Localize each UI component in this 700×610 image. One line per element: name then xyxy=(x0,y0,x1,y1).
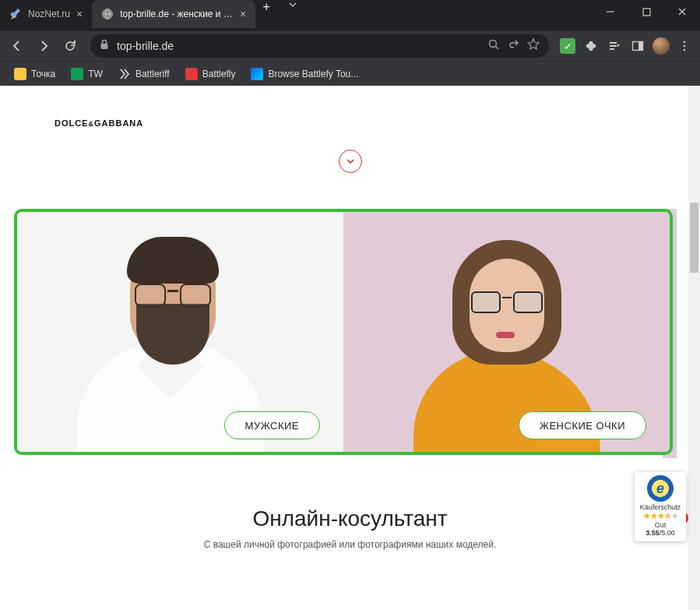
svg-rect-7 xyxy=(638,42,643,51)
mens-category-card[interactable]: МУЖСКИЕ xyxy=(17,212,343,452)
womens-category-card[interactable]: ЖЕНСКИЕ ОЧКИ xyxy=(343,212,670,452)
browser-toolbar: top-brille.de ✓ xyxy=(0,31,700,61)
bookmark-label: Battleriff xyxy=(135,69,170,79)
reload-button[interactable] xyxy=(59,35,81,57)
consultant-subtext: С вашей личной фотографией или фотографи… xyxy=(0,539,700,550)
page-viewport: DOLCE&GABBANA МУЖСКИЕ Ж xyxy=(0,86,700,610)
close-icon[interactable]: × xyxy=(240,8,246,20)
svg-rect-3 xyxy=(101,44,108,49)
menu-icon[interactable] xyxy=(675,37,694,55)
scroll-down-button[interactable] xyxy=(339,150,362,173)
bookmarks-bar: Точка TW Battleriff Battlefly Browse Bat… xyxy=(0,61,700,86)
bookmark-label: Battlefly xyxy=(202,69,236,79)
svg-point-10 xyxy=(684,49,686,51)
forward-button[interactable] xyxy=(33,35,55,57)
svg-line-5 xyxy=(496,46,499,49)
svg-rect-2 xyxy=(643,9,650,16)
scroll-thumb[interactable] xyxy=(690,203,698,273)
browser-tab-active[interactable]: top-brille.de - женские и мужск × xyxy=(92,0,255,28)
mens-glasses-button[interactable]: МУЖСКИЕ xyxy=(224,411,320,439)
bookmark-item[interactable]: Battlefly xyxy=(179,65,242,83)
tab-title: top-brille.de - женские и мужск xyxy=(120,9,234,19)
svg-point-8 xyxy=(684,41,686,44)
bookmark-item[interactable]: Точка xyxy=(8,65,62,83)
trust-badge[interactable]: e Käuferschutz ★★★★★★ Gut 3.55/5.00 xyxy=(635,472,686,541)
brand-text: GABBANA xyxy=(94,118,143,128)
trust-seal-icon: e xyxy=(647,475,674,502)
bookmark-item[interactable]: Browse Battlefy Tou... xyxy=(244,65,364,83)
new-tab-button[interactable]: + xyxy=(255,0,277,14)
consultant-heading: Онлайн-косультант xyxy=(0,506,700,531)
minimize-button[interactable] xyxy=(593,0,628,23)
address-bar[interactable]: top-brille.de xyxy=(90,34,549,58)
category-hero: МУЖСКИЕ ЖЕНСКИЕ ОЧКИ xyxy=(14,209,673,455)
browser-tab[interactable]: NozNet.ru × xyxy=(0,0,92,28)
button-label: МУЖСКИЕ xyxy=(245,420,299,432)
star-icon[interactable] xyxy=(527,38,540,54)
extensions-icon[interactable] xyxy=(582,37,600,55)
bookmark-item[interactable]: Battleriff xyxy=(112,65,176,83)
bookmark-favicon xyxy=(185,68,198,80)
bookmark-label: Точка xyxy=(31,69,55,79)
share-icon[interactable] xyxy=(508,39,519,54)
bookmark-item[interactable]: TW xyxy=(65,65,109,83)
trust-label: Käuferschutz xyxy=(636,503,684,511)
close-icon[interactable]: × xyxy=(76,8,83,20)
zoom-icon[interactable] xyxy=(488,39,500,54)
chevron-down-icon xyxy=(346,157,355,166)
brand-text: & xyxy=(89,120,95,128)
brand-logo[interactable]: DOLCE&GABBANA xyxy=(55,118,143,128)
globe-icon xyxy=(101,8,114,20)
bookmark-label: TW xyxy=(88,69,103,79)
extension-check-icon[interactable]: ✓ xyxy=(558,37,577,55)
button-label: ЖЕНСКИЕ ОЧКИ xyxy=(540,420,625,432)
rating-stars-icon: ★★★★★★ xyxy=(636,511,684,521)
wrench-icon xyxy=(9,8,22,20)
tab-title: NozNet.ru xyxy=(28,9,70,19)
trust-score: 3.55/5.00 xyxy=(636,529,684,537)
url-text: top-brille.de xyxy=(117,40,488,52)
trust-grade: Gut xyxy=(636,521,684,529)
maximize-button[interactable] xyxy=(628,0,664,23)
consultant-section: Онлайн-косультант С вашей личной фотогра… xyxy=(0,506,700,550)
bookmark-favicon xyxy=(251,68,263,80)
battleriff-icon xyxy=(118,68,131,80)
media-icon[interactable] xyxy=(605,37,624,55)
close-window-button[interactable] xyxy=(664,0,700,23)
window-titlebar: NozNet.ru × top-brille.de - женские и му… xyxy=(0,0,700,31)
womens-glasses-button[interactable]: ЖЕНСКИЕ ОЧКИ xyxy=(519,411,646,439)
bookmark-favicon xyxy=(14,68,26,80)
profile-avatar[interactable] xyxy=(652,37,670,55)
brand-text: DOLCE xyxy=(55,118,89,128)
tab-search-chevron-icon[interactable] xyxy=(277,0,308,9)
bookmark-favicon xyxy=(71,68,83,80)
back-button[interactable] xyxy=(6,35,28,57)
window-controls xyxy=(593,0,700,23)
lock-icon xyxy=(100,39,109,53)
panel-icon[interactable] xyxy=(628,37,647,55)
svg-point-9 xyxy=(684,45,686,48)
bookmark-label: Browse Battlefy Tou... xyxy=(268,69,358,79)
svg-point-4 xyxy=(490,40,497,47)
